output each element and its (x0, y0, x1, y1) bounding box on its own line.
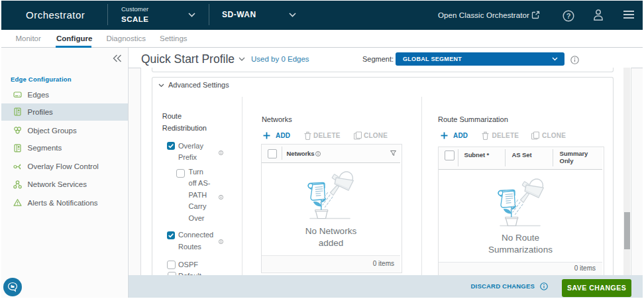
svg-text:?: ? (566, 12, 571, 20)
